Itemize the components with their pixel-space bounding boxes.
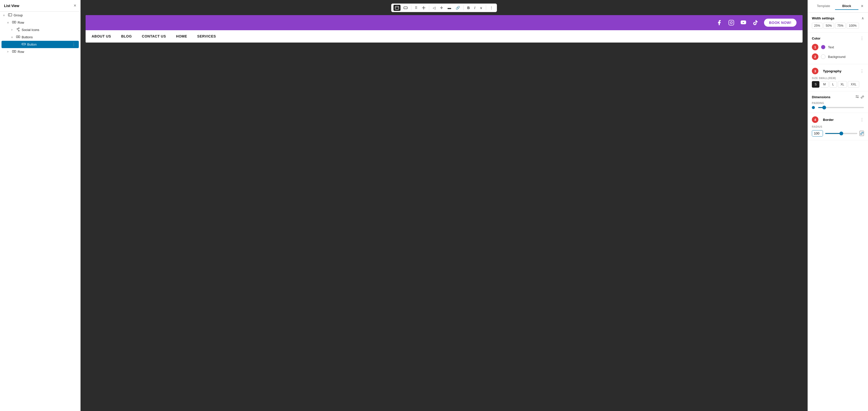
button-label: Button xyxy=(27,42,37,46)
text-color-label: Text xyxy=(828,45,834,49)
toolbar-divider-3 xyxy=(463,5,464,10)
typography-title-row: 3 Typography xyxy=(812,68,841,74)
color-title: Color xyxy=(812,36,820,40)
border-section: 4 Border ⋮ RADIUS PX xyxy=(808,113,868,140)
width-settings-title: Width settings xyxy=(812,17,834,20)
social-icons-label: Social Icons xyxy=(22,28,39,32)
color-options[interactable]: ⋮ xyxy=(860,36,864,41)
background-color-swatch xyxy=(821,54,826,59)
tree-item-group[interactable]: ∨ Group xyxy=(0,11,80,19)
dimensions-section: Dimensions PADDING xyxy=(808,91,868,113)
instagram-icon xyxy=(728,19,735,26)
bold-button[interactable]: B xyxy=(466,5,471,11)
right-panel-tabs: Template Block xyxy=(812,2,858,10)
row1-icon xyxy=(12,20,16,25)
toolbar-divider-2 xyxy=(429,5,429,10)
color-section: Color ⋮ 1 Text 2 Background xyxy=(808,32,868,64)
tree-item-button[interactable]: › Button ⋮ xyxy=(1,41,79,48)
width-settings-section: Width settings ∧ 25% 50% 75% 100% xyxy=(808,12,868,32)
svg-point-15 xyxy=(730,22,732,24)
width-75[interactable]: 75% xyxy=(835,23,846,29)
radius-input-wrap: PX xyxy=(812,130,823,137)
right-panel-header: Template Block × xyxy=(808,0,868,12)
social-icon xyxy=(16,27,20,32)
buttons-icon xyxy=(16,35,20,39)
width-50[interactable]: 50% xyxy=(824,23,834,29)
button-icon xyxy=(22,42,26,47)
width-25[interactable]: 25% xyxy=(812,23,823,29)
more-options-button[interactable]: ⋮ xyxy=(488,5,495,11)
padding-label: PADDING xyxy=(812,102,864,105)
svg-line-5 xyxy=(18,30,19,30)
border-title-row: 4 Border xyxy=(812,116,834,123)
svg-rect-14 xyxy=(729,20,734,25)
align-left-button[interactable]: ◁ xyxy=(431,5,437,11)
button-dots[interactable]: ⋮ xyxy=(72,42,76,47)
tree-item-row2[interactable]: > Row xyxy=(0,48,80,55)
width-buttons-group: 25% 50% 75% 100% xyxy=(812,23,864,29)
typography-options[interactable]: ⋮ xyxy=(860,69,864,74)
right-panel-close[interactable]: × xyxy=(860,3,864,9)
more-formats-button[interactable]: ∨ xyxy=(478,5,484,11)
align-full-button[interactable]: ▬ xyxy=(446,5,453,11)
badge-1: 1 xyxy=(812,44,818,50)
background-color-option[interactable]: Background xyxy=(821,53,845,60)
nav-about-us[interactable]: ABOUT US xyxy=(92,34,111,38)
buttons-label: Buttons xyxy=(22,35,33,39)
width-settings-toggle[interactable]: ∧ xyxy=(862,16,864,20)
nav-services[interactable]: SERVICES xyxy=(197,34,216,38)
padding-slider[interactable] xyxy=(818,107,864,108)
text-color-option[interactable]: Text xyxy=(821,43,834,51)
border-title: Border xyxy=(823,118,834,122)
block-view-button[interactable] xyxy=(394,5,401,11)
dimensions-settings-icon[interactable] xyxy=(856,95,859,99)
radius-row: PX xyxy=(812,130,864,137)
tab-block[interactable]: Block xyxy=(835,2,858,10)
facebook-icon xyxy=(716,19,723,26)
nav-blog[interactable]: BLOG xyxy=(121,34,132,38)
size-s[interactable]: S xyxy=(812,81,819,88)
tree-item-social-icons[interactable]: > Social Icons xyxy=(0,26,80,33)
book-now-button[interactable]: BOOK NOW! xyxy=(764,19,797,27)
chevron-group: ∨ xyxy=(3,14,6,17)
tree-item-row1[interactable]: ∨ Row xyxy=(0,19,80,26)
size-xl[interactable]: XL xyxy=(838,81,847,88)
move-button[interactable] xyxy=(421,5,427,10)
social-bar: BOOK NOW! xyxy=(86,15,803,30)
width-settings-header: Width settings ∧ xyxy=(812,16,864,20)
chevron-row1: ∨ xyxy=(7,21,10,24)
left-panel-close[interactable]: × xyxy=(73,3,76,8)
badge-3: 3 xyxy=(812,68,818,74)
link-button[interactable]: 🔗 xyxy=(454,5,461,11)
dimensions-actions xyxy=(856,95,864,99)
dimensions-link-icon[interactable] xyxy=(861,95,864,99)
text-view-button[interactable] xyxy=(402,5,409,11)
border-options[interactable]: ⋮ xyxy=(860,117,864,122)
color-header: Color ⋮ xyxy=(812,36,864,41)
badge-2: 2 xyxy=(812,53,818,60)
padding-slider-row xyxy=(812,106,864,109)
italic-button[interactable]: I xyxy=(473,5,477,11)
nav-home[interactable]: HOME xyxy=(176,34,187,38)
align-center-button[interactable]: ✛ xyxy=(438,5,444,11)
radius-slider[interactable] xyxy=(825,133,858,134)
preview-wrapper: BOOK NOW! ABOUT US BLOG CONTACT US HOME … xyxy=(86,15,803,42)
tree-item-buttons[interactable]: ∨ Buttons xyxy=(0,33,80,41)
group-icon xyxy=(8,13,12,18)
tab-template[interactable]: Template xyxy=(812,2,835,10)
left-panel-header: List View × xyxy=(0,0,80,11)
svg-rect-11 xyxy=(395,6,399,9)
size-m[interactable]: M xyxy=(820,81,829,88)
radius-input[interactable] xyxy=(812,130,823,136)
width-100[interactable]: 100% xyxy=(846,23,859,29)
nav-bar: ABOUT US BLOG CONTACT US HOME SERVICES xyxy=(86,30,803,42)
radius-link-icon[interactable] xyxy=(860,131,864,136)
row2-label: Row xyxy=(18,50,24,54)
background-color-label: Background xyxy=(828,55,845,59)
svg-rect-13 xyxy=(404,7,407,9)
size-l[interactable]: L xyxy=(830,81,837,88)
size-xxl[interactable]: XXL xyxy=(848,81,859,88)
left-panel-title: List View xyxy=(4,4,19,8)
nav-contact-us[interactable]: CONTACT US xyxy=(142,34,166,38)
drag-button[interactable]: ⠿ xyxy=(413,5,419,11)
